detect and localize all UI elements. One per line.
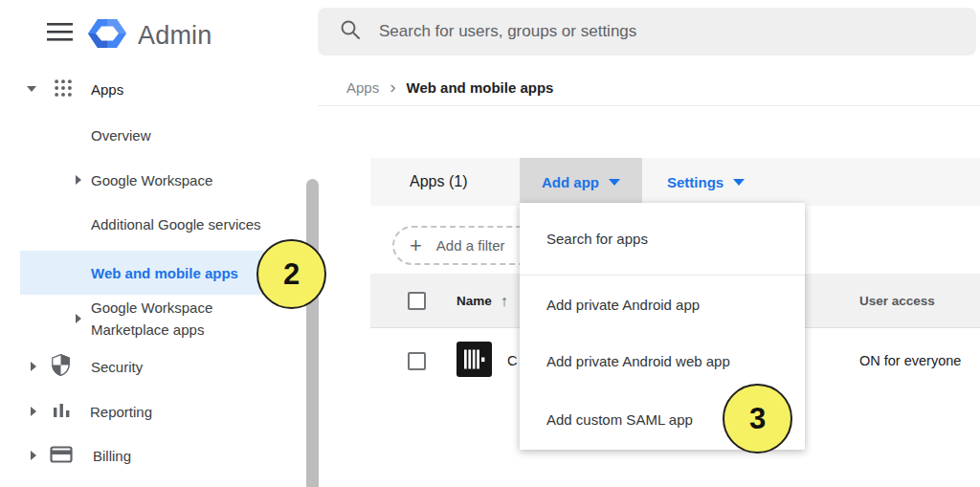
sidebar-item-label: Additional Google services bbox=[91, 216, 261, 232]
apps-count-label: Apps (1) bbox=[410, 158, 467, 206]
sidebar-item-label: Security bbox=[91, 359, 143, 375]
sidebar-item-label: Overview bbox=[91, 127, 151, 144]
caret-right-icon[interactable] bbox=[76, 314, 81, 323]
select-all-checkbox[interactable] bbox=[408, 292, 426, 310]
breadcrumb-current: Web and mobile apps bbox=[407, 79, 554, 96]
hamburger-menu-icon[interactable] bbox=[46, 21, 75, 42]
sidebar-scrollbar[interactable] bbox=[306, 179, 319, 487]
name-column-label: Name bbox=[457, 294, 492, 308]
logo-title: Admin bbox=[138, 21, 212, 51]
user-access-value: ON for everyone bbox=[859, 329, 961, 392]
add-app-label: Add app bbox=[542, 174, 599, 190]
sidebar-item-label: Web and mobile apps bbox=[91, 265, 238, 281]
add-filter-label: Add a filter bbox=[436, 237, 505, 254]
app-name[interactable]: C bbox=[507, 329, 517, 392]
step-badge-2: 2 bbox=[256, 239, 326, 309]
sidebar-item-security[interactable]: Security bbox=[31, 355, 143, 378]
chevron-right-icon: › bbox=[390, 80, 395, 94]
sidebar-item-label: Reporting bbox=[90, 404, 152, 420]
column-header-name[interactable]: Name ↑ bbox=[457, 274, 508, 328]
breadcrumb: Apps › Web and mobile apps bbox=[346, 76, 553, 99]
settings-label: Settings bbox=[667, 174, 724, 190]
global-search-bar[interactable] bbox=[318, 8, 976, 55]
admin-console-window: Admin Apps › Web and mobile apps bbox=[0, 0, 980, 487]
caret-down-icon bbox=[733, 179, 745, 186]
sidebar-item-apps[interactable]: Apps bbox=[27, 77, 123, 100]
google-admin-logo[interactable]: Admin bbox=[88, 14, 212, 56]
step-badge-3: 3 bbox=[723, 384, 792, 454]
menu-item-add-private-android-app[interactable]: Add private Android app bbox=[520, 276, 805, 334]
caret-right-icon[interactable] bbox=[31, 362, 36, 371]
search-input[interactable] bbox=[379, 22, 915, 41]
caret-right-icon[interactable] bbox=[31, 451, 36, 460]
sidebar-item-label: Billing bbox=[93, 448, 131, 464]
settings-button[interactable]: Settings bbox=[667, 158, 745, 206]
sidebar-item-label: Google Workspace Marketplace apps bbox=[91, 297, 263, 341]
menu-item-search-for-apps[interactable]: Search for apps bbox=[520, 203, 805, 276]
sidebar-item-reporting[interactable]: Reporting bbox=[31, 400, 152, 423]
apps-toolbar: Apps (1) Add app Settings bbox=[370, 158, 980, 206]
caret-down-icon[interactable] bbox=[27, 86, 36, 92]
sidebar-item-additional-google-services[interactable]: Additional Google services bbox=[91, 212, 261, 235]
app-logo-icon bbox=[457, 342, 492, 381]
sidebar-item-overview[interactable]: Overview bbox=[91, 123, 151, 146]
credit-card-icon bbox=[50, 445, 73, 467]
caret-down-icon bbox=[609, 179, 620, 186]
menu-item-add-private-android-web-app[interactable]: Add private Android web app bbox=[520, 334, 805, 388]
sidebar-item-label: Google Workspace bbox=[91, 172, 212, 188]
sidebar-item-label: Apps bbox=[91, 81, 123, 98]
admin-hexagon-icon bbox=[88, 14, 126, 56]
column-header-user-access: User access bbox=[859, 274, 935, 328]
search-icon bbox=[339, 18, 362, 45]
sidebar-item-billing[interactable]: Billing bbox=[31, 444, 131, 467]
breadcrumb-parent-link[interactable]: Apps bbox=[346, 79, 379, 96]
sidebar-item-google-workspace[interactable]: Google Workspace bbox=[76, 168, 212, 191]
shield-icon bbox=[50, 353, 72, 380]
sidebar-item-marketplace-apps[interactable]: Google Workspace Marketplace apps bbox=[76, 296, 263, 342]
breadcrumb-divider bbox=[318, 105, 980, 106]
bar-chart-icon bbox=[52, 401, 72, 423]
caret-right-icon[interactable] bbox=[76, 175, 81, 185]
apps-grid-icon bbox=[53, 77, 74, 101]
caret-right-icon[interactable] bbox=[31, 407, 36, 416]
plus-icon: + bbox=[410, 236, 422, 255]
sort-ascending-icon[interactable]: ↑ bbox=[501, 293, 508, 310]
add-app-button[interactable]: Add app bbox=[520, 158, 642, 206]
row-checkbox[interactable] bbox=[408, 352, 426, 370]
